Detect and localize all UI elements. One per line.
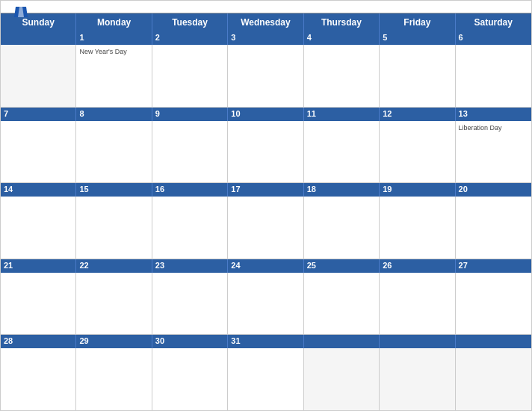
week-days-row bbox=[1, 348, 531, 410]
day-cell bbox=[456, 348, 531, 410]
day-cell bbox=[152, 348, 228, 410]
logo bbox=[13, 7, 28, 17]
day-cell bbox=[1, 273, 76, 335]
week-num-cell: 1 bbox=[76, 31, 152, 45]
week-num-cell: 18 bbox=[304, 183, 380, 197]
day-cell bbox=[380, 197, 455, 259]
calendar-grid: SundayMondayTuesdayWednesdayThursdayFrid… bbox=[1, 13, 531, 410]
day-cell bbox=[228, 45, 303, 107]
day-cell bbox=[228, 348, 303, 410]
calendar-header bbox=[1, 1, 531, 13]
week-num-cell: 24 bbox=[228, 259, 303, 273]
week-num-cell: 29 bbox=[76, 335, 152, 348]
day-cell bbox=[380, 273, 455, 335]
day-cell bbox=[1, 121, 76, 183]
day-cell bbox=[380, 121, 455, 183]
week-num-cell: 19 bbox=[380, 183, 455, 197]
day-cell: Liberation Day bbox=[456, 121, 531, 183]
day-cell bbox=[456, 45, 531, 107]
day-header-wednesday: Wednesday bbox=[228, 13, 303, 31]
week-num-cell bbox=[304, 335, 380, 348]
day-cell bbox=[152, 197, 228, 259]
week-num-cell: 17 bbox=[228, 183, 303, 197]
week-nums-row: 21222324252627 bbox=[1, 259, 531, 273]
day-cell bbox=[228, 197, 303, 259]
week-num-cell bbox=[1, 31, 76, 45]
week-num-cell: 2 bbox=[152, 31, 228, 45]
week-nums-row: 28293031 bbox=[1, 335, 531, 348]
week-num-cell: 20 bbox=[456, 183, 531, 197]
day-cell bbox=[76, 121, 152, 183]
logo-icon bbox=[14, 7, 28, 17]
day-cell bbox=[304, 121, 380, 183]
day-cell bbox=[1, 45, 76, 107]
week-num-cell: 9 bbox=[152, 108, 228, 121]
week-num-cell: 21 bbox=[1, 259, 76, 273]
holiday-label: Liberation Day bbox=[459, 124, 528, 132]
day-cell bbox=[304, 348, 380, 410]
day-cell bbox=[152, 121, 228, 183]
week-num-cell: 3 bbox=[228, 31, 303, 45]
day-cell bbox=[76, 197, 152, 259]
day-header-friday: Friday bbox=[380, 13, 455, 31]
week-num-cell: 7 bbox=[1, 108, 76, 121]
week-num-cell: 6 bbox=[456, 31, 531, 45]
day-cell bbox=[380, 45, 455, 107]
day-cell bbox=[456, 197, 531, 259]
week-num-cell: 25 bbox=[304, 259, 380, 273]
week-num-cell: 5 bbox=[380, 31, 455, 45]
week-num-cell: 14 bbox=[1, 183, 76, 197]
week-num-cell: 8 bbox=[76, 108, 152, 121]
week-5: 28293031 bbox=[1, 335, 531, 410]
day-cell bbox=[76, 348, 152, 410]
week-nums-row: 14151617181920 bbox=[1, 183, 531, 197]
day-cell bbox=[304, 45, 380, 107]
weeks-container: 123456New Year's Day78910111213Liberatio… bbox=[1, 31, 531, 410]
week-2: 78910111213Liberation Day bbox=[1, 108, 531, 184]
week-num-cell: 4 bbox=[304, 31, 380, 45]
day-cell bbox=[1, 348, 76, 410]
week-3: 14151617181920 bbox=[1, 183, 531, 259]
week-days-row: New Year's Day bbox=[1, 45, 531, 107]
week-num-cell: 22 bbox=[76, 259, 152, 273]
day-cell bbox=[152, 45, 228, 107]
day-headers-row: SundayMondayTuesdayWednesdayThursdayFrid… bbox=[1, 13, 531, 31]
day-cell bbox=[228, 121, 303, 183]
week-num-cell: 30 bbox=[152, 335, 228, 348]
week-num-cell: 26 bbox=[380, 259, 455, 273]
day-header-saturday: Saturday bbox=[456, 13, 531, 31]
week-num-cell: 31 bbox=[228, 335, 303, 348]
week-4: 21222324252627 bbox=[1, 259, 531, 336]
week-num-cell: 23 bbox=[152, 259, 228, 273]
week-num-cell: 15 bbox=[76, 183, 152, 197]
week-num-cell: 27 bbox=[456, 259, 531, 273]
week-nums-row: 78910111213 bbox=[1, 108, 531, 121]
day-cell bbox=[76, 273, 152, 335]
day-header-monday: Monday bbox=[76, 13, 152, 31]
day-cell bbox=[304, 273, 380, 335]
day-cell bbox=[228, 273, 303, 335]
week-num-cell: 16 bbox=[152, 183, 228, 197]
week-days-row: Liberation Day bbox=[1, 121, 531, 183]
week-days-row bbox=[1, 273, 531, 335]
day-cell bbox=[380, 348, 455, 410]
week-num-cell: 28 bbox=[1, 335, 76, 348]
day-cell bbox=[152, 273, 228, 335]
week-num-cell: 13 bbox=[456, 108, 531, 121]
day-header-thursday: Thursday bbox=[304, 13, 380, 31]
day-cell bbox=[304, 197, 380, 259]
week-1: 123456New Year's Day bbox=[1, 31, 531, 108]
week-nums-row: 123456 bbox=[1, 31, 531, 45]
day-cell bbox=[456, 273, 531, 335]
week-days-row bbox=[1, 197, 531, 259]
day-cell: New Year's Day bbox=[76, 45, 152, 107]
calendar: SundayMondayTuesdayWednesdayThursdayFrid… bbox=[0, 0, 532, 411]
holiday-label: New Year's Day bbox=[79, 48, 148, 55]
day-header-tuesday: Tuesday bbox=[152, 13, 228, 31]
week-num-cell bbox=[380, 335, 455, 348]
week-num-cell: 11 bbox=[304, 108, 380, 121]
day-cell bbox=[1, 197, 76, 259]
week-num-cell bbox=[456, 335, 531, 348]
week-num-cell: 10 bbox=[228, 108, 303, 121]
week-num-cell: 12 bbox=[380, 108, 455, 121]
